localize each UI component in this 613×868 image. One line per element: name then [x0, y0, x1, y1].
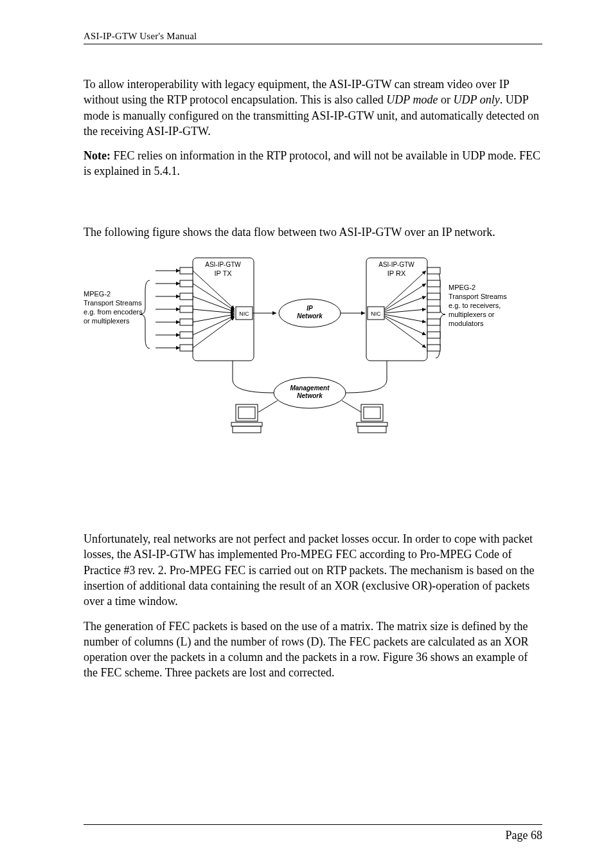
fig-left-label-4: or multiplexers	[84, 317, 130, 325]
svg-rect-15	[180, 280, 193, 287]
svg-rect-79	[358, 426, 386, 433]
fig-rx-title-1: ASI-IP-GTW	[378, 261, 414, 268]
fig-tx-title-1: ASI-IP-GTW	[205, 261, 241, 268]
fig-left-label-2: Transport Streams	[84, 299, 142, 307]
text-or: or	[438, 93, 454, 106]
svg-line-80	[342, 401, 361, 412]
svg-rect-72	[238, 407, 255, 419]
fig-rx-nic: NIC	[371, 311, 381, 317]
header-rule	[84, 44, 542, 44]
svg-rect-78	[357, 422, 387, 426]
svg-rect-19	[180, 332, 193, 338]
page-number: Page 68	[84, 829, 542, 842]
paragraph-flow: The following figure shows the data flow…	[84, 224, 542, 240]
fig-mgmt-1: Management	[290, 384, 330, 392]
paragraph-note: Note: FEC relies on information in the R…	[84, 148, 542, 179]
svg-rect-20	[180, 345, 193, 351]
svg-rect-14	[180, 267, 193, 274]
fig-left-label-3: e.g. from encoders	[84, 308, 143, 316]
fig-right-label-3: e.g. to receivers,	[449, 302, 501, 309]
fig-tx-title-2: IP TX	[214, 269, 232, 277]
text-udp-only: UDP only	[454, 93, 500, 106]
text-udp-mode: UDP mode	[386, 93, 438, 106]
running-header: ASI-IP-GTW User's Manual	[84, 31, 542, 42]
page-footer: Page 68	[84, 824, 542, 842]
svg-rect-32	[427, 319, 440, 325]
svg-rect-34	[427, 345, 440, 351]
paragraph-intro: To allow interoperability with legacy eq…	[84, 77, 542, 139]
svg-rect-77	[364, 407, 380, 419]
fig-right-label-2: Transport Streams	[449, 293, 507, 300]
paragraph-fec-2: The generation of FEC packets is based o…	[84, 619, 542, 681]
svg-rect-29	[427, 280, 440, 287]
svg-rect-33	[427, 332, 440, 338]
fig-right-label-5: modulators	[449, 320, 484, 327]
figure-data-flow: MPEG-2 Transport Streams e.g. from encod…	[84, 251, 541, 454]
svg-rect-16	[180, 293, 193, 300]
fig-mgmt-2: Network	[297, 392, 323, 399]
fig-ipnet-1: IP	[306, 305, 313, 312]
computer-left-icon	[231, 404, 262, 433]
svg-rect-73	[231, 422, 262, 426]
svg-rect-17	[180, 306, 193, 312]
page-container: ASI-IP-GTW User's Manual To allow intero…	[0, 0, 613, 868]
note-label: Note:	[84, 149, 111, 162]
svg-line-75	[258, 401, 278, 412]
fig-right-label-4: multiplexers or	[449, 311, 495, 318]
svg-rect-31	[427, 306, 440, 312]
fig-left-label-1: MPEG-2	[84, 290, 111, 298]
svg-rect-30	[427, 293, 440, 300]
svg-rect-74	[233, 426, 261, 433]
fig-ipnet-2: Network	[297, 312, 323, 320]
data-flow-diagram-svg: MPEG-2 Transport Streams e.g. from encod…	[84, 251, 541, 454]
fig-tx-nic: NIC	[239, 311, 249, 317]
fig-right-label-1: MPEG-2	[449, 284, 475, 291]
paragraph-fec-1: Unfortunately, real networks are not per…	[84, 531, 542, 609]
computer-right-icon	[357, 404, 387, 433]
footer-rule	[84, 824, 542, 825]
svg-rect-18	[180, 319, 193, 325]
note-body: FEC relies on information in the RTP pro…	[84, 149, 540, 177]
